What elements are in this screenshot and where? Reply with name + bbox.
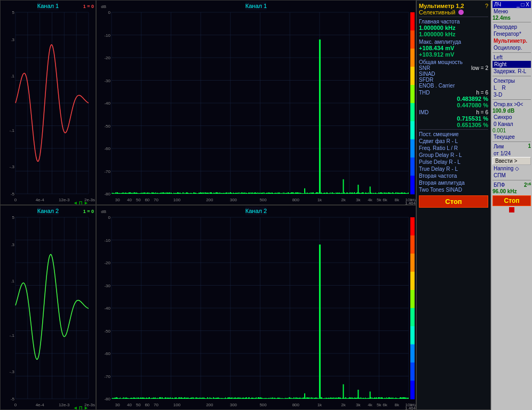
stop-button[interactable]: Стоп xyxy=(419,195,488,208)
toolbar-section-lim: Лим 1 от 1/24 Ввести > Hanning ◇ СПМ xyxy=(493,141,531,179)
r-item[interactable]: R xyxy=(501,84,507,91)
thd-val1: 0.483892 % xyxy=(419,96,488,102)
toolbar-stop-btn[interactable]: Стоп xyxy=(493,195,531,206)
thd-val2: 0.447080 % xyxy=(419,102,488,108)
sinad-label: SINAD xyxy=(419,71,488,77)
amp2-value: +103.912 mV xyxy=(419,51,488,58)
oct-item[interactable]: от 1/24 xyxy=(493,150,531,157)
meter-subtitle: Селективный xyxy=(419,9,455,15)
meter-menu-item[interactable]: Пост. смещение xyxy=(419,131,488,138)
threed-item[interactable]: 3-D xyxy=(493,91,531,98)
sfdr-label: SFDR xyxy=(419,77,488,83)
meter-panel: Мультиметр 1,2 ? Селективный Главная час… xyxy=(416,0,491,410)
channel1-spectrum-panel: Канал 1 xyxy=(96,0,416,205)
bpo-item[interactable]: БПФ xyxy=(493,182,506,188)
toolbar-section-spectra: Спектры L R 3-D xyxy=(493,76,531,98)
toolbar-panel: ЛЧ _ □ X Меню 12.4ms Рекордер Генератор*… xyxy=(491,0,532,410)
freq-value: 96.00 kHz xyxy=(493,188,531,194)
meter-menu-item[interactable]: Pulse Delay R - L xyxy=(419,159,488,165)
channel1-spectrum-title: Канал 1 xyxy=(245,2,267,10)
freq1-value: 1.000000 kHz xyxy=(419,25,488,31)
lim-item[interactable]: Лим xyxy=(493,143,505,150)
imd-val1: 0.715531 % xyxy=(419,115,488,122)
imd-val2: 0.651305 % xyxy=(419,122,488,128)
spm-item[interactable]: СПМ xyxy=(493,172,531,179)
snr-label: SNR xyxy=(419,65,430,71)
meter-dot xyxy=(458,10,464,15)
ch0-item[interactable]: 0 Канал xyxy=(493,121,531,128)
amp1-value: +108.434 mV xyxy=(419,45,488,51)
imd-h: h = 6 xyxy=(476,109,488,115)
meter-menu-item[interactable]: True Delay R - L xyxy=(419,165,488,172)
power-label: Общая мощность xyxy=(419,59,488,65)
toolbar-section-bpf: БПФ 2¹⁶ 96.00 kHz Стоп xyxy=(493,180,531,212)
channel2-time-title: Канал 2 xyxy=(37,207,59,215)
toolbar-titlebar: ЛЧ _ □ X xyxy=(493,1,531,8)
meter-menu-item[interactable]: Group Delay R - L xyxy=(419,152,488,159)
recorder-item[interactable]: Рекордер xyxy=(493,23,531,30)
delay-item[interactable]: Задержк. R-L xyxy=(493,68,531,75)
freq2-value: 1.000000 kHz xyxy=(419,31,488,37)
toolbar-ms-value: 12.4ms xyxy=(493,15,531,21)
val001: 0.001 xyxy=(493,128,531,133)
db-value: 100.9 dB xyxy=(493,108,531,114)
toolbar-window-controls[interactable]: _ □ X xyxy=(517,2,529,7)
main-freq-label: Главная частота xyxy=(419,19,488,25)
spectra-item[interactable]: Спектры xyxy=(493,77,531,84)
meter-menu-item[interactable]: Сдвиг фаз R - L xyxy=(419,138,488,145)
meter-menu-item[interactable]: Вторая частота xyxy=(419,172,488,179)
right-item[interactable]: Right xyxy=(493,61,531,68)
hanning-item[interactable]: Hanning ◇ xyxy=(493,165,531,172)
menu-item[interactable]: Меню xyxy=(493,8,531,15)
bpo-value: 2¹⁶ xyxy=(524,182,531,188)
channel2-time-panel: Канал 2 xyxy=(0,205,96,410)
meter-menu-item[interactable]: Freq. Ratio L / R xyxy=(419,145,488,152)
meter-question[interactable]: ? xyxy=(485,3,488,9)
meter-menu-item[interactable]: Вторая амплитуда xyxy=(419,179,488,186)
oscilloscope-item[interactable]: Осциллогр. xyxy=(493,44,531,51)
l-item[interactable]: L xyxy=(493,84,498,91)
meter-menu-item[interactable]: Two Tones SINAD xyxy=(419,186,488,193)
amp-label: Макс. амплитуда xyxy=(419,39,488,45)
channel2-spectrum-panel: Канал 2 xyxy=(96,205,416,410)
channel1-time-title: Канал 1 xyxy=(37,2,59,10)
toolbar-section-apps: Рекордер Генератор* Мультиметр. Осциллог… xyxy=(493,22,531,51)
thd-label: THD xyxy=(419,90,430,96)
sync-item[interactable]: Синхро xyxy=(493,114,531,121)
toolbar-section-settings: Откр.вх >0< 100.9 dB Синхро 0 Канал 0.00… xyxy=(493,99,531,140)
multimeter-item[interactable]: Мультиметр. xyxy=(493,37,531,44)
left-item[interactable]: Left xyxy=(493,54,531,61)
snr-value: low = 2 xyxy=(471,65,488,71)
red-indicator xyxy=(509,207,514,212)
open-item[interactable]: Откр.вх >0< xyxy=(493,101,531,108)
generator-item[interactable]: Генератор* xyxy=(493,30,531,37)
current-item[interactable]: Текущее xyxy=(493,133,531,140)
thd-h: h = 6 xyxy=(476,90,488,96)
show-btn[interactable]: Ввести > xyxy=(493,157,531,165)
meter-title: Мультиметр 1,2 xyxy=(419,3,464,9)
channel1-time-panel: Канал 1 xyxy=(0,0,96,205)
imd-label: IMD xyxy=(419,109,428,115)
lim-value: 1 xyxy=(528,143,531,150)
toolbar-title-text: ЛЧ xyxy=(494,2,501,7)
enob-label: ENOB . Carrier xyxy=(419,83,488,89)
toolbar-section-channels: Left Right Задержк. R-L xyxy=(493,52,531,75)
channel2-spectrum-title: Канал 2 xyxy=(245,207,267,215)
